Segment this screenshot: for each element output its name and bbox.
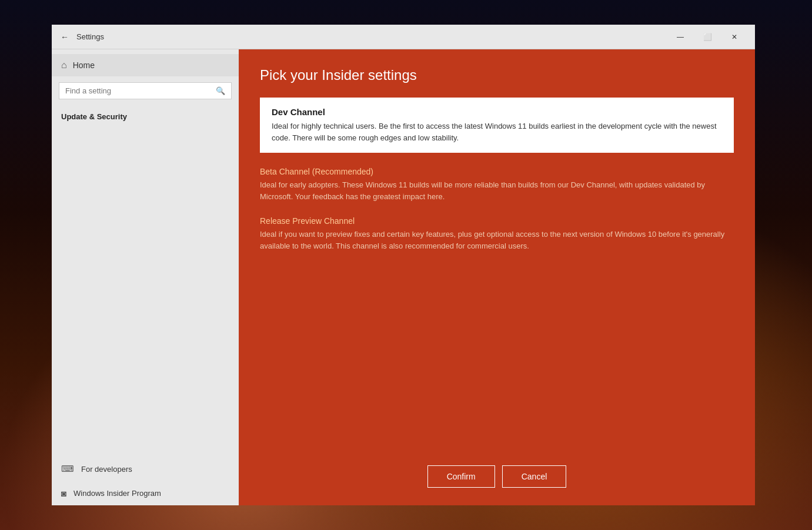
sidebar-spacer bbox=[52, 126, 239, 457]
window-controls: — ⬜ ✕ bbox=[667, 28, 748, 46]
window-title: Settings bbox=[76, 32, 667, 41]
title-bar: ← Settings — ⬜ ✕ bbox=[52, 25, 755, 49]
for-developers-label: For developers bbox=[81, 465, 132, 474]
maximize-button[interactable]: ⬜ bbox=[694, 28, 721, 46]
sidebar-item-for-developers[interactable]: ⌨ For developers bbox=[52, 457, 239, 481]
sidebar-section-label: Update & Security bbox=[52, 105, 239, 126]
release-channel-desc: Ideal if you want to preview fixes and c… bbox=[260, 229, 734, 251]
settings-window: ← Settings — ⬜ ✕ ⌂ Home 🔍 Update & Secur… bbox=[52, 25, 755, 505]
sidebar-item-windows-insider[interactable]: ◙ Windows Insider Program bbox=[52, 481, 239, 505]
search-input[interactable] bbox=[65, 86, 211, 95]
beta-channel-desc: Ideal for early adopters. These Windows … bbox=[260, 179, 734, 202]
beta-channel-name: Beta Channel (Recommended) bbox=[260, 167, 734, 176]
home-icon: ⌂ bbox=[61, 60, 67, 71]
sidebar-item-home[interactable]: ⌂ Home bbox=[52, 54, 239, 76]
sidebar-home-label: Home bbox=[73, 61, 95, 70]
minimize-button[interactable]: — bbox=[667, 28, 694, 46]
window-body: ⌂ Home 🔍 Update & Security ⌨ For develop… bbox=[52, 49, 755, 505]
sidebar: ⌂ Home 🔍 Update & Security ⌨ For develop… bbox=[52, 49, 239, 505]
release-channel-name: Release Preview Channel bbox=[260, 216, 734, 226]
confirm-button[interactable]: Confirm bbox=[427, 465, 495, 488]
for-developers-icon: ⌨ bbox=[61, 464, 74, 474]
beta-channel-option[interactable]: Beta Channel (Recommended) Ideal for ear… bbox=[260, 160, 734, 209]
close-button[interactable]: ✕ bbox=[721, 28, 748, 46]
dev-channel-option[interactable]: Dev Channel Ideal for highly technical u… bbox=[260, 98, 734, 153]
sidebar-search-box[interactable]: 🔍 bbox=[59, 82, 232, 99]
insider-panel-title: Pick your Insider settings bbox=[260, 67, 734, 83]
main-content: Windows Insider Program Join the Windows… bbox=[239, 49, 755, 505]
dev-channel-name: Dev Channel bbox=[272, 107, 722, 117]
panel-buttons: Confirm Cancel bbox=[260, 454, 734, 488]
back-button[interactable]: ← bbox=[59, 31, 71, 43]
windows-insider-icon: ◙ bbox=[61, 488, 66, 498]
windows-insider-label: Windows Insider Program bbox=[73, 489, 161, 498]
release-channel-option[interactable]: Release Preview Channel Ideal if you wan… bbox=[260, 209, 734, 259]
insider-settings-panel: Pick your Insider settings Dev Channel I… bbox=[239, 49, 755, 505]
search-icon: 🔍 bbox=[216, 86, 225, 95]
cancel-button[interactable]: Cancel bbox=[502, 465, 567, 488]
dev-channel-desc: Ideal for highly technical users. Be the… bbox=[272, 120, 722, 143]
